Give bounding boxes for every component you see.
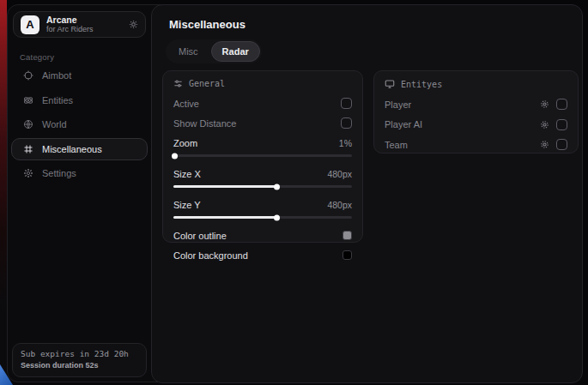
- general-card-header: General: [173, 79, 352, 88]
- app-subtitle: for Arc Riders: [46, 25, 122, 33]
- zoom-slider[interactable]: [173, 154, 352, 157]
- entities-card: Entityes Player Player AI: [373, 70, 579, 153]
- main-panel: Miscellaneous Misc Radar General Active …: [151, 4, 583, 383]
- player-ai-gear-icon[interactable]: [540, 120, 549, 129]
- size-y-slider[interactable]: [173, 216, 352, 219]
- sidebar-item-label: Settings: [42, 168, 76, 178]
- player-ai-checkbox[interactable]: [556, 119, 567, 130]
- desktop-red-edge: [0, 0, 7, 385]
- monitor-icon: [385, 79, 395, 89]
- globe-icon: [23, 119, 33, 129]
- player-ai-label: Player AI: [385, 119, 422, 129]
- color-background-label: Color background: [173, 250, 248, 261]
- size-y-row: Size Y 480px: [173, 196, 352, 214]
- sidebar-item-miscellaneous[interactable]: Miscellaneous: [11, 138, 148, 160]
- entities-card-title: Entityes: [401, 80, 442, 89]
- color-background-swatch[interactable]: [342, 250, 352, 260]
- size-x-slider[interactable]: [173, 185, 352, 188]
- size-x-row: Size X 480px: [173, 165, 352, 183]
- zoom-value: 1%: [339, 138, 352, 148]
- app-logo: A: [21, 15, 39, 34]
- size-y-slider-fill: [173, 216, 277, 219]
- tab-bar: Misc Radar: [166, 39, 262, 63]
- subscription-card: Sub expires in 23d 20h Session duration …: [12, 343, 147, 377]
- active-row: Active: [173, 94, 352, 112]
- size-x-value: 480px: [327, 169, 352, 179]
- page-title: Miscellaneous: [169, 18, 246, 31]
- team-checkbox[interactable]: [556, 139, 567, 150]
- sidebar-item-aimbot[interactable]: Aimbot: [11, 64, 148, 87]
- player-checkbox[interactable]: [556, 99, 567, 110]
- grid-icon: [23, 144, 33, 154]
- app-header-text: Arcane for Arc Riders: [46, 15, 122, 33]
- sliders-icon: [173, 79, 183, 88]
- session-duration-text: Session duration 52s: [21, 360, 138, 370]
- size-y-label: Size Y: [173, 200, 201, 210]
- size-y-value: 480px: [327, 200, 352, 210]
- sidebar-item-entities[interactable]: Entities: [11, 89, 148, 111]
- active-checkbox[interactable]: [341, 98, 352, 109]
- sub-expires-text: Sub expires in 23d 20h: [21, 349, 138, 360]
- team-label: Team: [385, 140, 408, 150]
- gear-icon: [23, 168, 33, 178]
- general-card-title: General: [189, 79, 225, 88]
- sidebar: A Arcane for Arc Riders Category: [8, 5, 151, 382]
- zoom-slider-fill: [173, 154, 175, 157]
- sidebar-item-label: Miscellaneous: [42, 144, 102, 154]
- player-gear-icon[interactable]: [540, 99, 549, 109]
- show-distance-label: Show Distance: [173, 118, 236, 129]
- app-window: A Arcane for Arc Riders Category: [7, 4, 581, 382]
- sidebar-item-label: World: [42, 119, 67, 129]
- size-x-slider-fill: [173, 185, 277, 188]
- color-outline-row: Color outline: [173, 226, 352, 244]
- color-outline-swatch[interactable]: [342, 231, 352, 240]
- category-label: Category: [20, 52, 54, 62]
- zoom-label: Zoom: [173, 138, 197, 148]
- show-distance-checkbox[interactable]: [341, 117, 352, 129]
- settings-gear-icon[interactable]: [129, 20, 138, 29]
- app-header-card: A Arcane for Arc Riders: [13, 11, 146, 38]
- size-x-label: Size X: [173, 169, 201, 179]
- active-label: Active: [173, 99, 199, 109]
- app-name: Arcane: [46, 15, 122, 25]
- zoom-row: Zoom 1%: [173, 134, 352, 152]
- player-label: Player: [385, 99, 411, 110]
- general-card: General Active Show Distance Zoom 1% Siz…: [162, 70, 363, 243]
- player-ai-row: Player AI: [385, 116, 567, 135]
- sidebar-item-settings[interactable]: Settings: [11, 162, 148, 184]
- sidebar-item-world[interactable]: World: [11, 113, 148, 135]
- entities-card-header: Entityes: [385, 79, 567, 89]
- color-outline-label: Color outline: [173, 231, 227, 241]
- tab-radar[interactable]: Radar: [211, 41, 260, 62]
- entities-icon: [23, 95, 33, 105]
- tab-misc[interactable]: Misc: [167, 41, 209, 62]
- team-row: Team: [385, 135, 567, 154]
- sidebar-item-label: Aimbot: [42, 70, 71, 81]
- player-row: Player: [385, 95, 567, 114]
- color-background-row: Color background: [173, 246, 352, 264]
- sidebar-nav: Aimbot Entities World: [11, 64, 148, 187]
- show-distance-row: Show Distance: [173, 114, 352, 132]
- team-gear-icon[interactable]: [540, 140, 549, 149]
- sidebar-item-label: Entities: [42, 95, 73, 105]
- crosshair-icon: [23, 70, 33, 81]
